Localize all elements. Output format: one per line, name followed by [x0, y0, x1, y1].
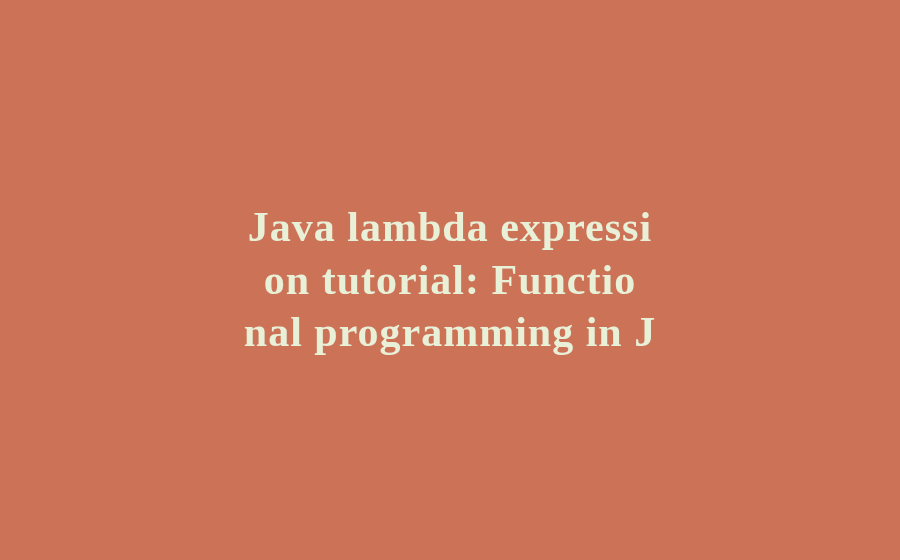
- headline-line-3: nal programming in J: [244, 306, 656, 359]
- headline-line-2: on tutorial: Functio: [244, 254, 656, 307]
- headline-line-1: Java lambda expressi: [244, 201, 656, 254]
- headline-text: Java lambda expressi on tutorial: Functi…: [184, 201, 716, 359]
